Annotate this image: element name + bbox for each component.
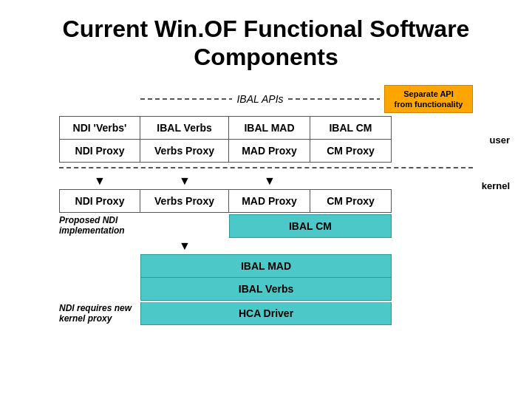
- k-proxy-col1: NDI Proxy: [59, 189, 140, 213]
- k-proxy-col2: Verbs Proxy: [140, 189, 229, 213]
- ibal-apis-label: IBAL APIs: [232, 93, 287, 105]
- ibal-row-col1: NDI 'Verbs': [59, 116, 140, 140]
- slide: Current Win.OF Functional Software Compo…: [0, 0, 532, 399]
- arrow-col3: ▼: [229, 173, 310, 189]
- ndi-requires-label: NDI requires new kernel proxy: [59, 301, 140, 326]
- arrow-col4: [310, 173, 392, 189]
- proposed-ndi-label: Proposed NDI implementation: [59, 213, 140, 238]
- arrow-col2: ▼: [140, 173, 229, 189]
- arrow-kernel-col2: ▼: [140, 238, 229, 254]
- separate-api-line1: Separate API: [403, 89, 453, 98]
- dashed-separator: [59, 167, 473, 168]
- spacer1: [140, 213, 229, 238]
- separate-api-box: Separate API from functionality: [384, 85, 473, 114]
- k-proxy-col4: CM Proxy: [310, 189, 392, 213]
- proxy-row-col3: MAD Proxy: [229, 140, 310, 163]
- separate-api-line2: from functionality: [395, 100, 463, 109]
- ibal-mad-box: IBAL MAD: [140, 254, 392, 278]
- arrow-col1: ▼: [59, 173, 140, 189]
- kernel-label-text: kernel: [482, 180, 510, 191]
- title-line1: Current Win.OF Functional Software: [63, 16, 470, 42]
- proxy-row-col4: CM Proxy: [310, 140, 392, 163]
- ibal-verbs-box: IBAL Verbs: [140, 278, 392, 301]
- proxy-row-col1: NDI Proxy: [59, 140, 140, 163]
- ibal-row-col3: IBAL MAD: [229, 116, 310, 140]
- slide-title: Current Win.OF Functional Software Compo…: [22, 15, 510, 72]
- ibal-row-col2: IBAL Verbs: [140, 116, 229, 140]
- proxy-row-col2: Verbs Proxy: [140, 140, 229, 163]
- hca-driver-box: HCA Driver: [140, 302, 392, 325]
- ibal-cm-box: IBAL CM: [229, 214, 392, 238]
- user-label: user: [490, 134, 510, 145]
- ibal-row-col4: IBAL CM: [310, 116, 392, 140]
- k-proxy-col3: MAD Proxy: [229, 189, 310, 213]
- title-line2: Components: [194, 44, 338, 70]
